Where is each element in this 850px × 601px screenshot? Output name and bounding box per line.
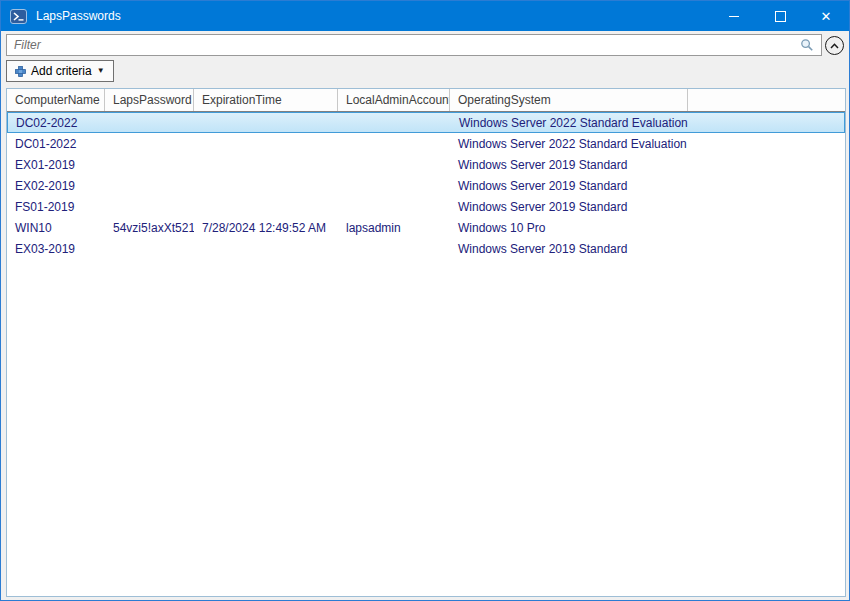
window-controls: ✕ xyxy=(711,1,849,31)
cell-operatingsystem: Windows Server 2019 Standard xyxy=(450,179,688,193)
cell-operatingsystem: Windows Server 2019 Standard xyxy=(450,242,688,256)
title-bar: LapsPasswords ✕ xyxy=(1,1,849,31)
chevron-down-icon: ▼ xyxy=(97,67,105,75)
add-criteria-button[interactable]: Add criteria ▼ xyxy=(6,60,114,82)
window-title: LapsPasswords xyxy=(36,9,121,23)
column-header-localadminaccount[interactable]: LocalAdminAccount xyxy=(338,89,450,111)
column-header-lapspassword[interactable]: LapsPassword xyxy=(105,89,194,111)
cell-expirationtime: 7/28/2024 12:49:52 AM xyxy=(194,221,338,235)
cell-operatingsystem: Windows 10 Pro xyxy=(450,221,688,235)
maximize-button[interactable] xyxy=(757,1,803,31)
cell-computername: EX01-2019 xyxy=(7,158,105,172)
cell-computername: DC01-2022 xyxy=(7,137,105,151)
table-row[interactable]: EX03-2019 Windows Server 2019 Standard xyxy=(7,238,845,259)
table-row[interactable]: DC01-2022 Windows Server 2022 Standard E… xyxy=(7,133,845,154)
minimize-button[interactable] xyxy=(711,1,757,31)
column-header-computername[interactable]: ComputerName xyxy=(7,89,105,111)
table-row[interactable]: DC02-2022 Windows Server 2022 Standard E… xyxy=(7,112,845,133)
collapse-filter-button[interactable] xyxy=(825,36,844,55)
plus-icon xyxy=(15,66,26,77)
grid-header: ComputerName LapsPassword ExpirationTime… xyxy=(7,89,845,112)
cell-lapspassword: 54vzi5!axXt521 xyxy=(105,221,194,235)
table-row[interactable]: WIN10 54vzi5!axXt521 7/28/2024 12:49:52 … xyxy=(7,217,845,238)
filter-input[interactable] xyxy=(6,34,822,56)
column-header-expirationtime[interactable]: ExpirationTime xyxy=(194,89,338,111)
cell-computername: FS01-2019 xyxy=(7,200,105,214)
maximize-icon xyxy=(775,11,786,22)
cell-computername: DC02-2022 xyxy=(8,116,106,130)
grid-body: DC02-2022 Windows Server 2022 Standard E… xyxy=(7,112,845,596)
powershell-icon xyxy=(10,9,27,24)
outgridview-window: LapsPasswords ✕ Add criteria ▼ ComputerN… xyxy=(0,0,850,601)
add-criteria-label: Add criteria xyxy=(31,64,92,78)
cell-operatingsystem: Windows Server 2022 Standard Evaluation xyxy=(450,137,688,151)
table-row[interactable]: EX02-2019 Windows Server 2019 Standard xyxy=(7,175,845,196)
table-row[interactable]: FS01-2019 Windows Server 2019 Standard xyxy=(7,196,845,217)
cell-computername: EX02-2019 xyxy=(7,179,105,193)
column-header-filler xyxy=(688,89,845,111)
results-grid: ComputerName LapsPassword ExpirationTime… xyxy=(6,88,846,597)
column-header-operatingsystem[interactable]: OperatingSystem xyxy=(450,89,688,111)
minimize-icon xyxy=(729,16,739,17)
cell-operatingsystem: Windows Server 2019 Standard xyxy=(450,158,688,172)
close-icon: ✕ xyxy=(821,10,832,23)
cell-computername: EX03-2019 xyxy=(7,242,105,256)
cell-operatingsystem: Windows Server 2019 Standard xyxy=(450,200,688,214)
table-row[interactable]: EX01-2019 Windows Server 2019 Standard xyxy=(7,154,845,175)
chevron-up-icon xyxy=(830,43,839,49)
close-button[interactable]: ✕ xyxy=(803,1,849,31)
cell-operatingsystem: Windows Server 2022 Standard Evaluation xyxy=(451,116,689,130)
cell-localadminaccount: lapsadmin xyxy=(338,221,450,235)
cell-computername: WIN10 xyxy=(7,221,105,235)
search-icon xyxy=(800,38,814,52)
